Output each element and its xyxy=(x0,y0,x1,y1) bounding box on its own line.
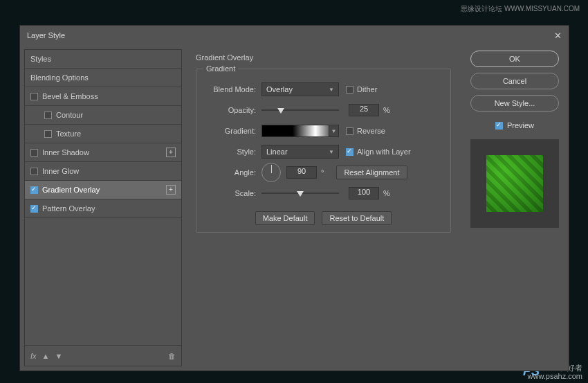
scale-unit: % xyxy=(383,189,390,197)
chevron-down-icon: ▼ xyxy=(329,125,338,136)
scale-slider[interactable] xyxy=(261,188,339,198)
arrow-down-icon[interactable]: ▼ xyxy=(55,352,62,360)
close-icon[interactable]: ✕ xyxy=(554,30,562,41)
contour-label: Contour xyxy=(56,111,83,119)
texture-row[interactable]: Texture xyxy=(25,125,181,143)
inner-glow-label: Inner Glow xyxy=(42,167,79,175)
pattern-overlay-row[interactable]: Pattern Overlay xyxy=(25,199,181,218)
gradient-swatch[interactable]: ▼ xyxy=(261,125,339,137)
gradient-label: Gradient: xyxy=(203,127,256,135)
settings-panel: Gradient Overlay Gradient Blend Mode: Ov… xyxy=(187,49,459,366)
scale-input[interactable]: 100 xyxy=(349,187,379,199)
fx-icon[interactable]: fx xyxy=(30,352,37,360)
new-style-button[interactable]: New Style... xyxy=(470,95,559,112)
section-title: Gradient Overlay xyxy=(196,53,451,62)
align-checkbox[interactable] xyxy=(346,148,353,156)
angle-input[interactable]: 90 xyxy=(286,166,317,179)
opacity-slider[interactable] xyxy=(261,105,339,115)
chevron-down-icon: ▼ xyxy=(329,149,334,155)
watermark-top: 思缘设计论坛 WWW.MISSYUAN.COM xyxy=(461,4,580,14)
pattern-overlay-label: Pattern Overlay xyxy=(42,204,95,213)
bevel-label: Bevel & Emboss xyxy=(42,92,98,100)
reverse-label: Reverse xyxy=(357,127,385,135)
opacity-unit: % xyxy=(383,106,390,114)
preview-thumbnail xyxy=(486,155,543,212)
gradient-fieldset: Gradient Blend Mode: Overlay▼ Dither Opa… xyxy=(196,64,451,233)
reverse-checkbox[interactable] xyxy=(346,127,353,135)
bevel-emboss-row[interactable]: Bevel & Emboss xyxy=(25,87,181,106)
blend-mode-select[interactable]: Overlay▼ xyxy=(261,82,339,96)
reverse-option[interactable]: Reverse xyxy=(346,127,385,135)
dialog-title: Layer Style xyxy=(27,31,65,39)
make-default-button[interactable]: Make Default xyxy=(255,211,315,225)
add-inner-shadow-icon[interactable]: + xyxy=(166,148,176,157)
arrow-up-icon[interactable]: ▲ xyxy=(42,352,50,360)
blend-mode-value: Overlay xyxy=(266,85,293,93)
style-value: Linear xyxy=(266,148,288,156)
texture-checkbox[interactable] xyxy=(44,130,52,138)
dither-option[interactable]: Dither xyxy=(346,85,377,93)
align-option[interactable]: Align with Layer xyxy=(346,148,411,156)
blending-label: Blending Options xyxy=(30,73,89,82)
add-gradient-overlay-icon[interactable]: + xyxy=(166,185,176,195)
preview-checkbox[interactable] xyxy=(495,122,503,130)
inner-shadow-checkbox[interactable] xyxy=(30,149,38,157)
styles-header[interactable]: Styles xyxy=(25,50,181,69)
scale-label: Scale: xyxy=(203,189,256,197)
preview-option[interactable]: Preview xyxy=(495,121,534,130)
ok-button[interactable]: OK xyxy=(470,51,559,67)
contour-row[interactable]: Contour xyxy=(25,106,181,125)
inner-shadow-row[interactable]: Inner Shadow+ xyxy=(25,143,181,162)
gradient-overlay-label: Gradient Overlay xyxy=(42,186,100,194)
pattern-overlay-checkbox[interactable] xyxy=(30,205,38,213)
bevel-checkbox[interactable] xyxy=(30,93,38,100)
texture-label: Texture xyxy=(56,130,81,138)
angle-unit: ° xyxy=(321,168,324,177)
styles-footer: fx ▲ ▼ 🗑 xyxy=(25,345,181,366)
gradient-legend: Gradient xyxy=(203,64,238,73)
layer-style-dialog: Layer Style ✕ Styles Blending Options Be… xyxy=(19,25,569,371)
gradient-overlay-row[interactable]: Gradient Overlay+ xyxy=(25,181,181,199)
dither-label: Dither xyxy=(357,85,377,93)
angle-dial[interactable] xyxy=(261,163,281,182)
titlebar: Layer Style ✕ xyxy=(20,26,569,45)
cancel-button[interactable]: Cancel xyxy=(470,73,559,89)
styles-header-label: Styles xyxy=(30,55,51,63)
preview-box xyxy=(470,139,559,228)
styles-sidebar: Styles Blending Options Bevel & Emboss C… xyxy=(24,49,182,366)
chevron-down-icon: ▼ xyxy=(329,87,334,93)
reset-alignment-button[interactable]: Reset Alignment xyxy=(336,166,407,179)
opacity-label: Opacity: xyxy=(203,106,256,114)
style-label: Style: xyxy=(203,148,256,156)
inner-glow-row[interactable]: Inner Glow xyxy=(25,162,181,181)
contour-checkbox[interactable] xyxy=(44,112,52,119)
dither-checkbox[interactable] xyxy=(346,86,353,93)
action-panel: OK Cancel New Style... Preview xyxy=(465,49,564,366)
align-label: Align with Layer xyxy=(357,148,411,156)
opacity-input[interactable]: 25 xyxy=(349,104,379,116)
angle-label: Angle: xyxy=(203,168,256,177)
inner-shadow-label: Inner Shadow xyxy=(42,148,89,157)
preview-label: Preview xyxy=(507,121,534,130)
inner-glow-checkbox[interactable] xyxy=(30,168,38,175)
blend-mode-label: Blend Mode: xyxy=(203,85,256,93)
gradient-overlay-checkbox[interactable] xyxy=(30,186,38,194)
reset-default-button[interactable]: Reset to Default xyxy=(322,211,392,225)
trash-icon[interactable]: 🗑 xyxy=(168,352,176,360)
style-select[interactable]: Linear▼ xyxy=(261,145,339,159)
blending-options-row[interactable]: Blending Options xyxy=(25,69,181,87)
